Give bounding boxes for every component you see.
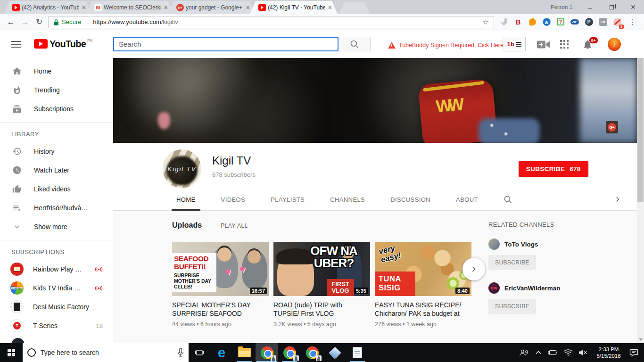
video-title[interactable]: SPECIAL MOTHER'S DAY SURPRISE/ SEAFOOD bbox=[172, 301, 267, 318]
upload-video-icon[interactable] bbox=[537, 40, 550, 51]
search-input[interactable] bbox=[113, 37, 339, 51]
thumbnail-text: SEAFOOD BUFFET!! SURPRISE MOTHER'S DAY C… bbox=[172, 253, 216, 292]
subscribe-button[interactable]: SUBSCRIBE bbox=[488, 299, 536, 314]
sidebar-item-show-more[interactable]: Show more bbox=[0, 217, 113, 236]
tab-googleplus[interactable]: G+ your gadget - Google+ × bbox=[168, 1, 256, 14]
swoosh-extension-icon[interactable] bbox=[527, 17, 537, 27]
scrollbar-thumb[interactable] bbox=[637, 38, 644, 202]
tubebuddy-button[interactable]: 1b bbox=[503, 37, 526, 51]
related-channel-ericvanwilderman[interactable]: EW EricVanWilderman bbox=[488, 282, 592, 294]
taskbar-search-box[interactable]: Type here to search bbox=[23, 343, 189, 362]
player-extension-icon[interactable]: P bbox=[584, 17, 594, 27]
youtube-region-label: PK bbox=[87, 38, 93, 43]
tab-close-icon[interactable]: × bbox=[81, 4, 87, 11]
tabs-scroll-right-icon[interactable] bbox=[613, 195, 622, 206]
taskbar-chrome-active[interactable] bbox=[256, 343, 278, 362]
action-center-icon[interactable] bbox=[629, 349, 638, 357]
tab-close-icon[interactable]: × bbox=[245, 4, 251, 11]
hidden-icons-chevron[interactable] bbox=[536, 351, 541, 354]
bookmark-star-icon[interactable]: ☆ bbox=[483, 18, 489, 26]
channel-search-icon[interactable] bbox=[504, 195, 512, 204]
related-channel-toto-vlogs[interactable]: ToTo Vlogs bbox=[488, 239, 592, 250]
channel-avatar[interactable]: Kigil TV bbox=[163, 149, 201, 188]
blocker-extension-icon[interactable]: 5 bbox=[612, 17, 622, 27]
account-avatar[interactable]: ♪ bbox=[608, 38, 621, 51]
tab-close-icon[interactable]: × bbox=[327, 4, 333, 11]
channel-avatar[interactable] bbox=[11, 338, 25, 343]
sidebar-subscription-rainbow-play[interactable]: Rainbow Play … bbox=[0, 260, 113, 279]
video-thumbnail[interactable]: SEAFOOD BUFFET!! SURPRISE MOTHER'S DAY C… bbox=[172, 242, 269, 296]
channel-tab-about[interactable]: ABOUT bbox=[456, 189, 478, 211]
close-button[interactable]: × bbox=[622, 0, 644, 14]
taskbar-chrome-3[interactable] bbox=[301, 343, 323, 362]
googleplus-share-chip[interactable]: G+ bbox=[606, 121, 618, 133]
apps-grid-icon[interactable] bbox=[560, 40, 569, 49]
video-thumbnail[interactable]: OFW NA UBER? FIRST VLOG 5:35 bbox=[273, 242, 370, 296]
reload-icon[interactable]: ↻ bbox=[32, 17, 46, 27]
people-icon[interactable] bbox=[519, 349, 529, 356]
video-card[interactable]: SEAFOOD BUFFET!! SURPRISE MOTHER'S DAY C… bbox=[172, 242, 269, 328]
sidebar-item-history[interactable]: History bbox=[0, 142, 113, 161]
channel-tab-channels[interactable]: CHANNELS bbox=[330, 189, 365, 211]
carousel-next-button[interactable] bbox=[462, 258, 485, 280]
sidebar-subscription-t-series[interactable]: T T-Series 18 bbox=[0, 316, 113, 335]
battery-icon[interactable] bbox=[547, 350, 557, 355]
new-tab-button[interactable] bbox=[339, 2, 370, 14]
zip-extension-icon[interactable]: ZIP bbox=[570, 17, 580, 27]
search-button[interactable] bbox=[339, 37, 371, 51]
menu-icon[interactable] bbox=[11, 41, 21, 49]
browser-profile-name[interactable]: Person 1 bbox=[551, 4, 572, 10]
video-card[interactable]: OFW NA UBER? FIRST VLOG 5:35 ROAD (rude)… bbox=[273, 242, 370, 328]
volume-muted-icon[interactable] bbox=[579, 349, 588, 356]
channel-tab-discussion[interactable]: DISCUSSION bbox=[390, 189, 430, 211]
microphone-icon[interactable] bbox=[177, 348, 184, 357]
scroll-down-arrow[interactable] bbox=[637, 336, 644, 343]
forward-icon[interactable]: → bbox=[18, 17, 32, 27]
tab-kigil-tv-active[interactable]: (42) Kigil TV - YouTube - × bbox=[250, 1, 338, 14]
tubebuddy-extension-icon[interactable]: 1b bbox=[598, 17, 608, 27]
sidebar-subscription-desi-music-factory[interactable]: Desi Music Factory bbox=[0, 297, 113, 316]
video-card[interactable]: very easy! TUNA SISIG 8:40 EASY! TUNA SI… bbox=[375, 242, 471, 328]
start-button[interactable] bbox=[0, 343, 23, 362]
alexa-extension-icon[interactable]: a bbox=[541, 17, 552, 27]
sidebar-item-watch-later[interactable]: Watch Later bbox=[0, 161, 113, 180]
wifi-icon[interactable] bbox=[563, 349, 573, 356]
channel-tab-videos[interactable]: VIDEOS bbox=[221, 189, 246, 211]
subscribe-button[interactable]: SUBSCRIBE 678 bbox=[519, 161, 588, 177]
taskbar-notepad[interactable] bbox=[346, 343, 369, 362]
tab-analytics-youtube[interactable]: (42) Analytics - YouTube × bbox=[4, 1, 91, 14]
sidebar-item-trending[interactable]: Trending bbox=[0, 81, 113, 99]
help-extension-icon[interactable]: ? bbox=[555, 17, 566, 27]
address-bar[interactable]: Secure https://www.youtube.com /kigiltv … bbox=[48, 16, 494, 28]
channel-tab-playlists[interactable]: PLAYLISTS bbox=[271, 189, 305, 211]
taskbar-virtualbox[interactable] bbox=[323, 343, 346, 362]
sidebar-item-home[interactable]: Home bbox=[0, 62, 113, 81]
youtube-logo[interactable]: YouTube PK bbox=[34, 39, 93, 49]
page-scrollbar[interactable] bbox=[637, 30, 644, 343]
sidebar-item-playlist[interactable]: Herrfrisör/hudvå… bbox=[0, 198, 113, 217]
back-icon[interactable]: ← bbox=[4, 17, 18, 27]
video-title[interactable]: ROAD (rude) TRIP with TUPSIE/ First VLOG bbox=[273, 301, 369, 318]
sidebar-item-subscriptions[interactable]: Subscriptions bbox=[0, 99, 113, 118]
channel-tab-home[interactable]: HOME bbox=[176, 189, 196, 211]
bitly-extension-icon[interactable]: B bbox=[513, 17, 523, 27]
notifications-bell[interactable]: 9+ bbox=[582, 39, 594, 51]
browser-menu-icon[interactable]: ⋮ bbox=[629, 18, 636, 26]
task-view-button[interactable] bbox=[189, 343, 210, 362]
minimize-button[interactable]: – bbox=[579, 0, 601, 14]
play-all-link[interactable]: PLAY ALL bbox=[221, 222, 248, 229]
taskbar-clock[interactable]: 2:33 PM 5/15/2018 bbox=[594, 346, 623, 359]
taskbar-file-explorer[interactable] bbox=[233, 343, 256, 362]
subscribe-button[interactable]: SUBSCRIBE bbox=[488, 255, 536, 270]
tab-close-icon[interactable]: × bbox=[163, 4, 169, 11]
sidebar-item-liked-videos[interactable]: Liked videos bbox=[0, 180, 113, 198]
tab-seoclerks[interactable]: M Welcome to SEOClerks - × bbox=[86, 1, 173, 14]
video-thumbnail[interactable]: very easy! TUNA SISIG 8:40 bbox=[375, 242, 471, 296]
sidebar-subscription-kids-tv-india[interactable]: KIDS TV Kids TV India … bbox=[0, 279, 113, 297]
restore-button[interactable] bbox=[601, 0, 622, 14]
video-title[interactable]: EASY! TUNA SISIG RECIPE/ Chicharon/ PAK … bbox=[375, 301, 470, 318]
taskbar-edge[interactable]: e bbox=[210, 343, 233, 362]
tubebuddy-alert[interactable]: ! TubeBuddy Sign-in Required, Cick Here bbox=[388, 42, 504, 49]
shield-extension-icon[interactable] bbox=[499, 17, 509, 27]
taskbar-chrome-2[interactable] bbox=[278, 343, 301, 362]
